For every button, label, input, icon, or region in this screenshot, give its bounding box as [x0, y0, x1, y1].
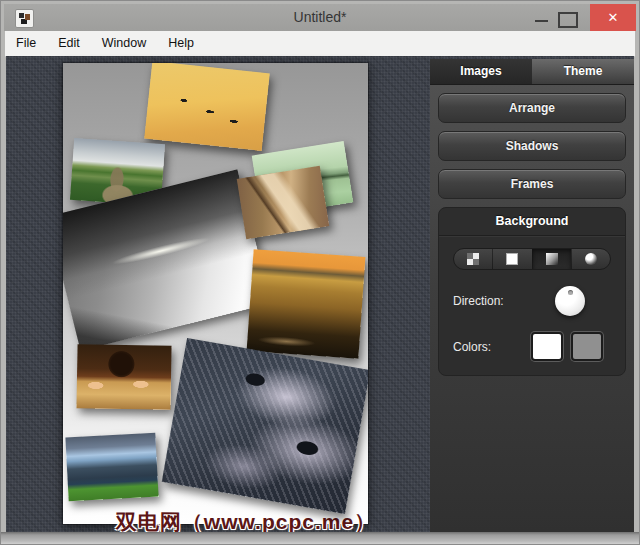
photo-child-table[interactable] — [76, 344, 171, 410]
tab-theme[interactable]: Theme — [532, 59, 634, 84]
photo-sepia-pier[interactable] — [237, 166, 330, 239]
sidebar: ImagesTheme ArrangeShadowsFrames Backgro… — [430, 59, 634, 532]
menu-item-edit[interactable]: Edit — [47, 31, 91, 56]
background-groupbox: Background Direction: Colors: — [438, 207, 626, 376]
workspace: 双电网（www.pcpc.me） ImagesTheme ArrangeShad… — [6, 56, 634, 532]
color-swatch-2[interactable] — [571, 332, 603, 361]
solid-color-icon — [506, 253, 518, 265]
window-title: Untitled* — [4, 9, 636, 25]
menu-bar: FileEditWindowHelp — [5, 31, 635, 57]
background-section-title: Background — [439, 208, 625, 236]
frames-button[interactable]: Frames — [438, 169, 626, 199]
shadows-button[interactable]: Shadows — [438, 131, 626, 161]
menu-item-help[interactable]: Help — [157, 31, 205, 56]
direction-knob-indicator — [568, 290, 573, 295]
direction-knob[interactable] — [555, 286, 585, 316]
background-mode-transparent-checker[interactable] — [454, 249, 492, 269]
linear-gradient-icon — [546, 253, 558, 265]
menu-item-file[interactable]: File — [5, 31, 47, 56]
photo-lake-storm[interactable] — [65, 433, 158, 502]
background-mode-solid-color[interactable] — [492, 249, 531, 269]
arrange-button[interactable]: Arrange — [438, 93, 626, 123]
color-swatch-1[interactable] — [531, 332, 563, 361]
photo-orange-field[interactable] — [247, 249, 366, 359]
background-mode-linear-gradient[interactable] — [532, 249, 571, 269]
background-mode-segmented-control — [453, 248, 611, 270]
transparent-checker-icon — [467, 253, 479, 265]
close-button[interactable]: ✕ — [590, 4, 636, 31]
menu-item-window[interactable]: Window — [91, 31, 157, 56]
window-bottom-frame — [1, 532, 639, 544]
theme-panel: ArrangeShadowsFrames Background Directio… — [430, 84, 634, 532]
app-window: Untitled* ✕ FileEditWindowHelp 双电网（www.p… — [0, 0, 640, 545]
photo-birds-sunset[interactable] — [144, 63, 270, 151]
maximize-button[interactable] — [558, 12, 578, 28]
colors-label: Colors: — [453, 340, 531, 354]
background-mode-radial-gradient[interactable] — [571, 249, 610, 269]
photo-water-ducks[interactable] — [162, 338, 368, 514]
minimize-button[interactable] — [535, 20, 548, 22]
direction-label: Direction: — [453, 294, 541, 308]
collage-canvas[interactable] — [63, 63, 368, 524]
title-bar[interactable]: Untitled* ✕ — [4, 4, 636, 31]
sidebar-tabbar: ImagesTheme — [430, 59, 634, 84]
radial-gradient-icon — [585, 253, 597, 265]
tab-images[interactable]: Images — [430, 59, 532, 84]
